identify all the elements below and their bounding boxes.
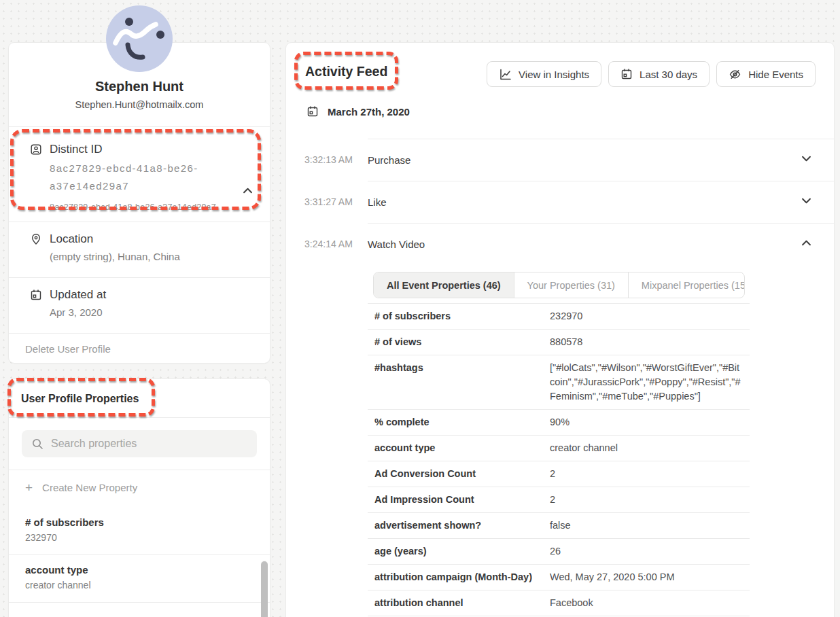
user-profile-properties-card: User Profile Properties + Create New Pro… xyxy=(8,378,270,617)
tab-mixpanel-properties[interactable]: Mixpanel Properties (15) xyxy=(629,272,745,298)
distinct-id-collapse-button[interactable] xyxy=(243,186,252,196)
property-value: Facebook xyxy=(543,590,750,616)
events-list: 3:32:13 AM Purchase 3:31:27 AM Like 3:24… xyxy=(304,139,834,616)
calendar-icon xyxy=(307,105,319,118)
delete-user-profile-button[interactable]: Delete User Profile xyxy=(9,334,270,366)
properties-list: + Create New Property # of subscribers 2… xyxy=(9,470,270,603)
property-key: # of views xyxy=(368,330,543,355)
date-header: March 27th, 2020 xyxy=(307,105,410,118)
page: Stephen Hunt Stephen.Hunt@hotmailx.com D… xyxy=(0,0,840,617)
table-row: Ad Impression Count 2 xyxy=(368,487,750,513)
search-icon xyxy=(31,438,43,450)
event-properties-tabs: All Event Properties (46) Your Propertie… xyxy=(373,272,745,298)
date-range-label: Last 30 days xyxy=(640,69,697,80)
table-row: advertisement shown? false xyxy=(368,513,750,539)
table-row: #hashtags ["#lolCats","#Wilson","#WorstG… xyxy=(368,355,750,410)
hide-events-label: Hide Events xyxy=(748,69,803,80)
search-properties-input[interactable] xyxy=(51,438,247,450)
event-row-purchase[interactable]: 3:32:13 AM Purchase xyxy=(304,139,834,181)
event-name: Like xyxy=(368,196,387,208)
property-key: account type xyxy=(368,436,543,461)
distinct-id-value: 8ac27829-ebcd-41a8-be26-a37e14ed29a7 xyxy=(50,160,225,195)
property-item-subscribers[interactable]: # of subscribers 232970 xyxy=(9,508,270,555)
property-name: account type xyxy=(25,563,243,577)
property-key: #hashtags xyxy=(368,355,543,410)
property-key: % complete xyxy=(368,410,543,436)
property-key: attribution channel xyxy=(368,590,543,616)
search-properties-box[interactable] xyxy=(22,430,257,457)
table-row: attribution campaign (Month-Day) Wed, Ma… xyxy=(368,565,750,590)
property-value: 2 xyxy=(543,487,750,513)
property-value: 90% xyxy=(543,410,750,436)
property-value: 880578 xyxy=(543,330,750,355)
table-row: % complete 90% xyxy=(368,410,750,436)
map-pin-icon xyxy=(30,233,42,245)
scrollbar-thumb[interactable] xyxy=(261,561,268,617)
property-value: creator channel xyxy=(25,579,243,591)
table-row: attribution channel Facebook xyxy=(368,590,750,616)
property-key: age (years) xyxy=(368,539,543,565)
view-in-insights-label: View in Insights xyxy=(519,69,589,80)
property-value: 26 xyxy=(543,539,750,565)
calendar-icon xyxy=(30,289,42,301)
property-name: # of subscribers xyxy=(25,516,243,529)
activity-feed-title: Activity Feed xyxy=(305,64,387,80)
event-row-watch-video[interactable]: 3:24:14 AM Watch Video xyxy=(304,223,834,265)
distinct-id-section: Distinct ID 8ac27829-ebcd-41a8-be26-a37e… xyxy=(9,127,270,222)
updated-at-label: Updated at xyxy=(50,288,106,302)
tab-all-event-properties[interactable]: All Event Properties (46) xyxy=(374,272,514,298)
property-key: # of subscribers xyxy=(368,304,543,330)
location-section: Location (empty string), Hunan, China xyxy=(9,222,270,278)
distinct-id-label: Distinct ID xyxy=(50,143,102,156)
chevron-up-icon xyxy=(802,240,811,246)
date-range-button[interactable]: Last 30 days xyxy=(608,61,710,87)
table-row: age (years) 26 xyxy=(368,539,750,565)
property-item-account-type[interactable]: account type creator channel xyxy=(9,555,270,603)
chevron-up-icon xyxy=(243,188,252,194)
line-chart-icon xyxy=(499,68,512,81)
create-new-property-button[interactable]: + Create New Property xyxy=(9,470,270,508)
profile-card: Stephen Hunt Stephen.Hunt@hotmailx.com D… xyxy=(8,42,270,364)
eye-off-icon xyxy=(729,68,741,81)
profile-name: Stephen Hunt xyxy=(22,78,256,94)
property-value: creator channel xyxy=(543,436,750,461)
properties-title: User Profile Properties xyxy=(21,392,258,405)
event-row-like[interactable]: 3:31:27 AM Like xyxy=(304,181,834,223)
feed-actions: View in Insights Last 30 days xyxy=(487,61,816,87)
property-value: Wed, May 27, 2020 5:00 PM xyxy=(543,565,750,590)
event-time: 3:32:13 AM xyxy=(304,154,368,165)
date-header-label: March 27th, 2020 xyxy=(328,106,410,118)
location-label: Location xyxy=(50,232,93,246)
table-row: Ad Conversion Count 2 xyxy=(368,461,750,487)
event-name: Watch Video xyxy=(368,239,425,250)
event-detail-panel: All Event Properties (46) Your Propertie… xyxy=(368,272,750,616)
property-value: false xyxy=(543,513,750,539)
properties-header: User Profile Properties xyxy=(9,379,270,418)
distinct-id-sub-value: 8ac27829-ebcd-41a8-be26-a37e14ed29a7 xyxy=(50,202,253,213)
property-key: Ad Conversion Count xyxy=(368,461,543,487)
table-row: account type creator channel xyxy=(368,436,750,461)
calendar-icon xyxy=(620,68,633,80)
property-key: advertisement shown? xyxy=(368,513,543,539)
id-badge-icon xyxy=(30,143,42,156)
event-name: Purchase xyxy=(368,154,410,166)
property-key: attribution campaign (Month-Day) xyxy=(368,565,543,590)
property-value: 232970 xyxy=(25,531,243,544)
avatar xyxy=(106,5,173,72)
plus-icon: + xyxy=(25,482,33,493)
property-key: Ad Impression Count xyxy=(368,487,543,513)
tab-your-properties[interactable]: Your Properties (31) xyxy=(514,272,629,298)
chevron-down-icon xyxy=(802,198,811,204)
event-properties-table: # of subscribers 232970 # of views 88057… xyxy=(368,303,750,616)
properties-scrollbar[interactable] xyxy=(261,561,268,616)
chevron-down-icon xyxy=(802,156,811,162)
activity-feed-card: Activity Feed View in Insights xyxy=(285,42,835,617)
updated-at-value: Apr 3, 2020 xyxy=(50,306,253,319)
profile-email: Stephen.Hunt@hotmailx.com xyxy=(22,99,256,111)
event-time: 3:24:14 AM xyxy=(304,239,368,249)
hide-events-button[interactable]: Hide Events xyxy=(716,61,816,87)
view-in-insights-button[interactable]: View in Insights xyxy=(487,61,601,87)
updated-at-section: Updated at Apr 3, 2020 xyxy=(9,278,270,334)
create-new-property-label: Create New Property xyxy=(42,482,137,493)
table-row: # of subscribers 232970 xyxy=(368,304,750,330)
